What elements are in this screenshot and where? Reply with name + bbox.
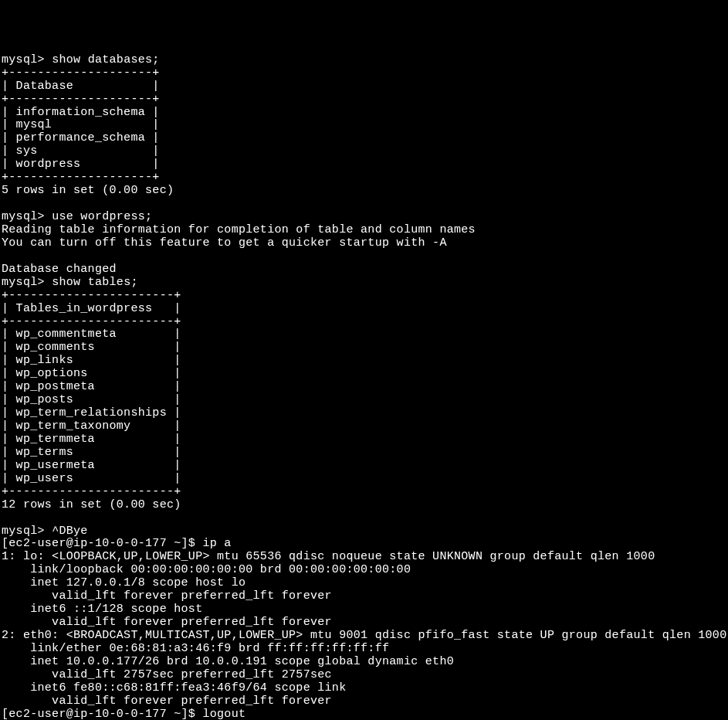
ip-output-line: inet 127.0.0.1/8 scope host lo	[2, 576, 245, 589]
table-row: | wp_terms |	[2, 446, 181, 459]
shell-prompt: [ec2-user@ip-10-0-0-177 ~]$	[2, 708, 195, 720]
mysql-cmd-use-wordpress: use wordpress;	[52, 210, 152, 223]
ip-output-line: link/loopback 00:00:00:00:00:00 brd 00:0…	[2, 563, 411, 576]
ip-output-line: valid_lft forever preferred_lft forever	[2, 616, 332, 629]
result-footer: 5 rows in set (0.00 sec)	[2, 184, 174, 197]
table-row: | wp_comments |	[2, 341, 181, 354]
ip-output-line: 2: eth0: <BROADCAST,MULTICAST,UP,LOWER_U…	[2, 629, 726, 642]
table-row: | wp_usermeta |	[2, 459, 181, 472]
db-row: | mysql |	[2, 118, 160, 131]
ip-output-line: valid_lft 2757sec preferred_lft 2757sec	[2, 668, 332, 681]
status-msg: Database changed	[2, 263, 117, 276]
ip-output-line: valid_lft forever preferred_lft forever	[2, 589, 332, 603]
terminal-output[interactable]: mysql> show databases; +----------------…	[2, 54, 726, 720]
shell-prompt: [ec2-user@ip-10-0-0-177 ~]$	[2, 537, 195, 550]
table-row: | wp_links |	[2, 354, 181, 367]
table-row: | wp_term_taxonomy |	[2, 419, 181, 433]
mysql-prompt: mysql>	[2, 210, 45, 223]
table-border: +--------------------+	[2, 171, 160, 184]
db-row: | sys |	[2, 144, 160, 158]
table-row: | wp_term_relationships |	[2, 406, 181, 419]
table-row: | wp_users |	[2, 472, 181, 485]
table-border: +-----------------------+	[2, 485, 181, 498]
table-border: +-----------------------+	[2, 289, 181, 302]
status-msg: Reading table information for completion…	[2, 223, 476, 236]
table-border: +-----------------------+	[2, 315, 181, 328]
table-row: | wp_termmeta |	[2, 433, 181, 446]
table-header: | Tables_in_wordpress |	[2, 302, 181, 315]
ip-output-line: inet6 ::1/128 scope host	[2, 603, 202, 616]
ip-output-line: link/ether 0e:68:81:a3:46:f9 brd ff:ff:f…	[2, 642, 389, 655]
result-footer: 12 rows in set (0.00 sec)	[2, 498, 181, 511]
ip-output-line: inet 10.0.0.177/26 brd 10.0.0.191 scope …	[2, 655, 454, 668]
status-msg: You can turn off this feature to get a q…	[2, 236, 447, 250]
db-row: | performance_schema |	[2, 131, 160, 144]
table-row: | wp_posts |	[2, 393, 181, 406]
mysql-prompt: mysql>	[2, 276, 45, 289]
table-row: | wp_commentmeta |	[2, 328, 181, 341]
shell-cmd-ip-a: ip a	[202, 537, 231, 550]
ip-output-line: 1: lo: <LOOPBACK,UP,LOWER_UP> mtu 65536 …	[2, 550, 655, 563]
mysql-prompt: mysql>	[2, 53, 45, 66]
ip-output-line: inet6 fe80::c68:81ff:fea3:46f9/64 scope …	[2, 681, 346, 695]
table-border: +--------------------+	[2, 93, 160, 106]
table-border: +--------------------+	[2, 66, 160, 80]
mysql-cmd-show-databases: show databases;	[52, 53, 160, 66]
table-row: | wp_postmeta |	[2, 380, 181, 393]
db-row: | wordpress |	[2, 158, 160, 171]
mysql-cmd-show-tables: show tables;	[52, 276, 138, 289]
table-row: | wp_options |	[2, 367, 181, 380]
mysql-exit: ^DBye	[52, 525, 88, 538]
shell-cmd-logout: logout	[202, 708, 245, 720]
table-header: | Database |	[2, 80, 160, 93]
mysql-prompt: mysql>	[2, 525, 45, 538]
ip-output-line: valid_lft forever preferred_lft forever	[2, 695, 332, 708]
db-row: | information_schema |	[2, 106, 160, 119]
